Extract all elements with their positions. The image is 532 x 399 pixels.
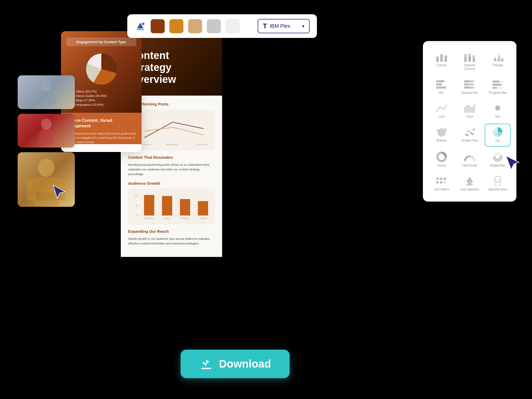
half-donut-icon [463,152,476,162]
svg-rect-41 [464,54,467,57]
svg-point-82 [443,177,446,180]
section-text-reach: Steady growth in our audience size acros… [128,237,215,246]
chart-label-triangle: Triangle [492,63,503,67]
scatter-plot-icon [463,127,476,137]
diverse-content-title: Diverse Content, Varied Engagement [66,118,137,129]
chart-item-stacked-venn[interactable]: Stacked Venn [485,172,511,194]
chart-item-dot[interactable]: Dot [485,100,511,122]
chart-item-bubble[interactable]: Bubble [429,124,455,147]
chart-picker-panel: Column Stacked Column [423,41,516,202]
svg-point-8 [38,159,55,177]
chart-label-scatter-plot: Scatter Plot [462,139,478,142]
stacked-venn-icon [491,176,504,186]
chart-label-column: Column [436,63,447,67]
bar-chart-container: 10 5 0 Instagram Twitter Facebook Linked… [128,189,215,224]
svg-rect-49 [436,80,444,82]
svg-point-89 [495,180,501,186]
hero-title: Content Strategy Overview [130,49,213,85]
svg-rect-54 [464,83,468,85]
chart-label-area: Area [466,115,473,118]
svg-text:Instagram: Instagram [145,217,154,220]
chart-item-progress-bar[interactable]: Progress Bar [485,76,511,98]
svg-marker-92 [202,360,210,366]
engagement-title-box: Engagement by Content Type [66,37,136,46]
svg-rect-3 [40,92,53,107]
svg-rect-4 [36,93,42,105]
svg-rect-32 [198,201,208,216]
chart-label-progress-bar: Progress Bar [489,91,507,95]
chart-item-icon-stacked[interactable]: Icon Stacked [457,172,483,194]
pie-chart-container [66,51,136,87]
chart-label-bubble: Bubble [437,139,446,142]
chart-item-pie[interactable]: Pie [485,124,511,147]
color-swatch-tan[interactable] [188,19,202,33]
photo-card-1 [18,75,75,109]
svg-marker-90 [506,156,519,170]
chart-item-line[interactable]: Line [429,100,455,122]
chart-item-donut[interactable]: Donut [429,149,455,170]
svg-text:Facebook: Facebook [181,217,190,220]
chart-item-scatter-plot[interactable]: Scatter Plot [457,124,483,147]
legend-label-blogs: Blogs (17.39%) [76,99,95,102]
column-icon [435,51,448,62]
svg-rect-52 [464,80,469,82]
svg-point-2 [42,81,51,91]
color-swatch-orange[interactable] [169,19,183,33]
chart-item-triangle[interactable]: Triangle [485,48,511,74]
svg-rect-55 [468,83,474,85]
svg-rect-50 [436,83,442,85]
chart-item-column[interactable]: Column [429,48,455,74]
chart-label-half-donut: Half Donut [462,164,477,167]
legend-item-videos: Videos (39.17%) [70,90,132,93]
section-text-resonates: Identifying top-performing posts allows … [128,163,215,176]
chart-label-icon-stacked: Icon Stacked [461,188,478,191]
svg-rect-59 [492,81,500,83]
cursor-arrow-photo [52,184,68,200]
svg-rect-43 [468,54,471,56]
color-swatch-brown[interactable] [151,19,165,33]
font-selector[interactable]: T IBM Plex ▾ [258,19,310,33]
chevron-down-icon: ▾ [302,23,304,29]
svg-rect-61 [492,84,501,86]
chart-grid: Column Stacked Column [429,48,511,194]
chart-item-stacked-column[interactable]: Stacked Column [457,48,483,74]
color-swatch-white[interactable] [225,19,240,33]
chart-item-bar[interactable]: Bar [429,76,455,98]
chart-item-stacked-bar[interactable]: Stacked Bar [457,76,483,98]
svg-point-88 [495,176,501,182]
dot-icon [491,103,504,113]
line-icon [435,103,448,113]
area-icon [463,103,476,113]
svg-rect-91 [201,368,211,369]
download-button[interactable]: Download [181,350,290,378]
chart-label-dot: Dot [495,115,500,118]
download-icon [199,357,213,371]
svg-rect-56 [464,87,471,89]
svg-rect-30 [162,196,172,216]
svg-point-71 [473,128,475,130]
chart-label-donut: Donut [437,164,446,167]
engagement-chart-title: Engagement by Content Type [77,40,126,44]
svg-text:Twitter: Twitter [164,217,170,220]
legend-item-howto: How-to Guides (30.43%) [70,94,132,97]
svg-marker-13 [53,185,65,198]
chart-item-area[interactable]: Area [457,100,483,122]
svg-rect-38 [440,54,443,62]
section-title-reach: Expanding Our Reach [128,229,215,234]
chart-item-icon-matrix[interactable]: Icon Matrix [429,172,455,194]
chart-label-stacked-bar: Stacked Bar [461,91,478,95]
svg-marker-48 [501,57,504,61]
photo-stack [18,75,75,207]
svg-point-1 [142,23,144,25]
svg-rect-0 [137,29,144,30]
chart-item-half-donut[interactable]: Half Donut [457,149,483,170]
radial-bar-icon [491,152,504,162]
stacked-bar-icon [463,79,476,89]
svg-point-73 [472,133,474,135]
photo-card-3 [18,152,75,207]
legend-label-howto: How-to Guides (30.43%) [76,94,107,97]
color-swatch-gray[interactable] [207,19,221,33]
svg-rect-10 [27,179,36,200]
fill-icon[interactable] [135,21,146,32]
svg-point-85 [443,181,446,184]
